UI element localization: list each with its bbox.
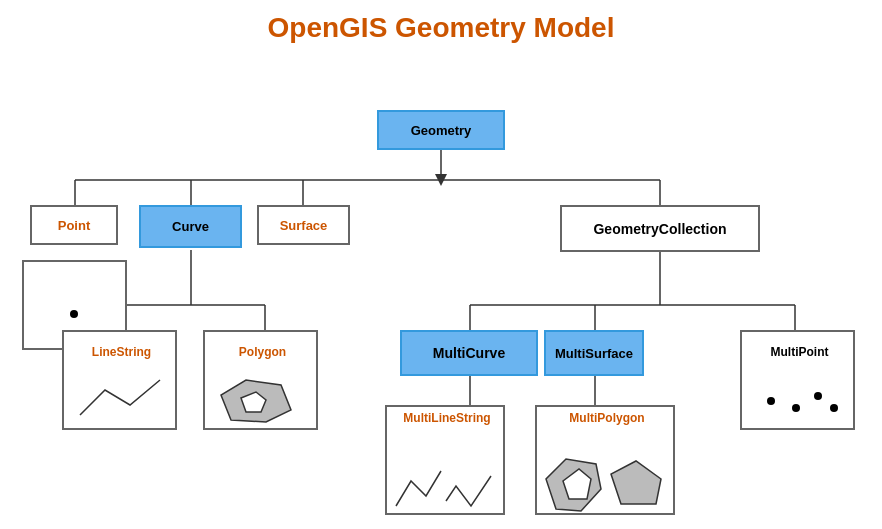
multipoint-box: MultiPoint — [740, 330, 855, 430]
polygon-box: Polygon — [203, 330, 318, 430]
node-geometrycollection: GeometryCollection — [560, 205, 760, 252]
diagram: Geometry Point Curve Surface GeometryCol… — [0, 50, 882, 529]
page-title: OpenGIS Geometry Model — [0, 0, 882, 50]
node-multisurface: MultiSurface — [544, 330, 644, 376]
svg-marker-21 — [611, 461, 661, 504]
node-surface: Surface — [257, 205, 350, 245]
node-multicurve: MultiCurve — [400, 330, 538, 376]
node-geometry: Geometry — [377, 110, 505, 150]
linestring-box: LineString — [62, 330, 177, 430]
multipolygon-box: MultiPolygon — [535, 405, 675, 515]
node-curve: Curve — [139, 205, 242, 248]
node-point: Point — [30, 205, 118, 245]
multilinestring-box: MultiLineString — [385, 405, 505, 515]
